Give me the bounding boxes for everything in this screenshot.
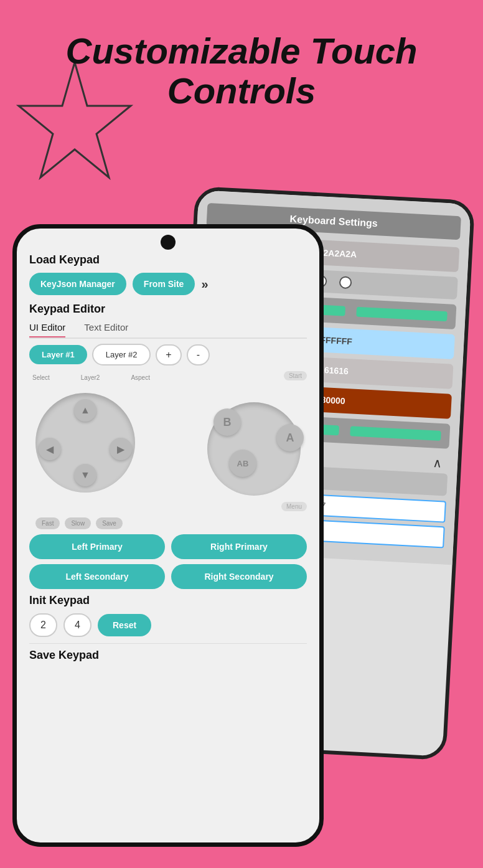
a-button[interactable]: A bbox=[276, 424, 304, 451]
abxy-wrapper: B A AB bbox=[207, 390, 307, 508]
save-keypad-section: Save Keypad bbox=[29, 643, 307, 662]
reset-button[interactable]: Reset bbox=[98, 614, 151, 636]
from-site-button[interactable]: From Site bbox=[133, 273, 195, 295]
init-num-1[interactable]: 2 bbox=[29, 613, 57, 637]
select-label: Select bbox=[32, 374, 50, 381]
layer-row: Layer #1 Layer #2 + - bbox=[29, 344, 307, 366]
slow-button[interactable]: Slow bbox=[65, 517, 91, 529]
green-bar-2 bbox=[356, 307, 448, 322]
editor-tabs: UI Editor Text Editor bbox=[29, 322, 307, 339]
save-button-small[interactable]: Save bbox=[96, 517, 123, 529]
right-secondary-button[interactable]: Right Secondary bbox=[171, 564, 307, 589]
load-buttons-row: KeyJson Manager From Site » bbox=[29, 273, 307, 295]
left-primary-button[interactable]: Left Primary bbox=[29, 534, 165, 559]
left-secondary-button[interactable]: Left Secondary bbox=[29, 564, 165, 589]
dpad-down-button[interactable]: ▼ bbox=[74, 464, 96, 486]
tab-ui-editor[interactable]: UI Editor bbox=[29, 322, 65, 337]
chevron-double-icon: » bbox=[201, 277, 208, 291]
right-primary-button[interactable]: Right Primary bbox=[171, 534, 307, 559]
primary-buttons-row: Left Primary Right Primary bbox=[29, 534, 307, 559]
dpad-left-button[interactable]: ◀ bbox=[39, 438, 61, 460]
phone-notch bbox=[161, 235, 176, 250]
title-line1: Customizable Touch bbox=[0, 31, 483, 71]
layer2-button[interactable]: Layer #2 bbox=[92, 344, 151, 366]
small-buttons-row: Fast Slow Save bbox=[29, 517, 307, 529]
init-keypad-title: Init Keypad bbox=[29, 594, 307, 607]
radio-large[interactable] bbox=[339, 276, 352, 289]
green-bar-4 bbox=[350, 426, 441, 441]
dpad-up-button[interactable]: ▲ bbox=[74, 399, 96, 422]
start-label: Start bbox=[284, 371, 307, 380]
keyjson-manager-button[interactable]: KeyJson Manager bbox=[29, 273, 126, 295]
keypad-editor-title: Keypad Editor bbox=[29, 303, 307, 316]
dpad-wrapper: ▲ ▼ ◀ ▶ bbox=[29, 387, 141, 511]
fast-button[interactable]: Fast bbox=[35, 517, 60, 529]
b-button[interactable]: B bbox=[213, 408, 241, 436]
menu-label: Menu bbox=[281, 502, 307, 511]
blue-input-3[interactable] bbox=[319, 520, 445, 548]
init-keypad-section: Init Keypad 2 4 Reset bbox=[29, 594, 307, 637]
layer1-button[interactable]: Layer #1 bbox=[29, 345, 87, 364]
init-num-2[interactable]: 4 bbox=[63, 613, 91, 637]
load-keypad-title: Load Keypad bbox=[29, 253, 307, 267]
layer2-label: Layer2 bbox=[81, 374, 100, 381]
init-row: 2 4 Reset bbox=[29, 613, 307, 637]
dpad-right-button[interactable]: ▶ bbox=[110, 438, 132, 460]
page-title: Customizable Touch Controls bbox=[0, 31, 483, 111]
aspect-label: Aspect bbox=[131, 374, 150, 381]
front-phone: Load Keypad KeyJson Manager From Site » … bbox=[12, 224, 324, 847]
save-keypad-title: Save Keypad bbox=[29, 649, 307, 662]
remove-layer-button[interactable]: - bbox=[187, 344, 210, 366]
title-line2: Controls bbox=[0, 71, 483, 111]
tab-text-editor[interactable]: Text Editor bbox=[84, 322, 128, 337]
add-layer-button[interactable]: + bbox=[156, 344, 181, 366]
secondary-buttons-row: Left Secondary Right Secondary bbox=[29, 564, 307, 589]
gamepad-area: Select Layer2 Aspect Start ▲ ▼ ◀ ▶ B A A… bbox=[29, 374, 307, 511]
ab-button[interactable]: AB bbox=[229, 450, 256, 477]
